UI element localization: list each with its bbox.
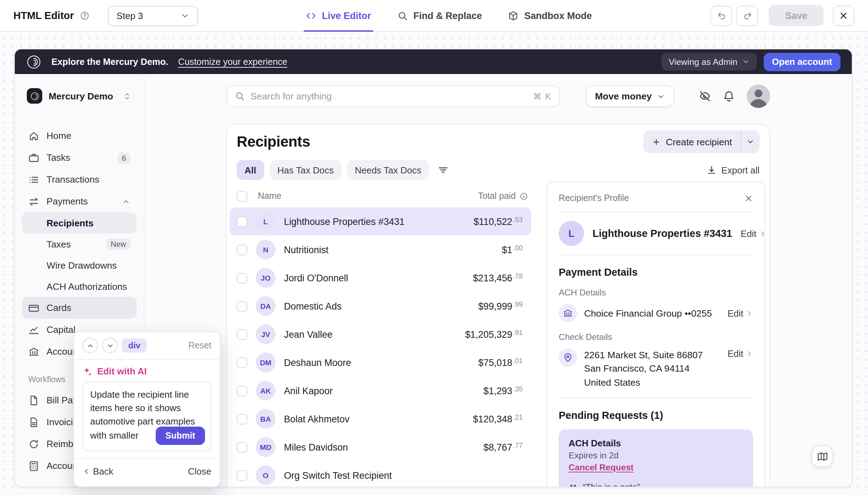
info-icon[interactable] bbox=[519, 191, 528, 201]
close-popup-button[interactable]: Close bbox=[188, 466, 212, 476]
search-icon bbox=[397, 11, 408, 21]
select-child-button[interactable] bbox=[102, 338, 118, 353]
undo-button[interactable] bbox=[711, 5, 732, 26]
sidebar-item-wire-drawdowns[interactable]: Wire Drawdowns bbox=[22, 255, 137, 276]
chevron-left-icon bbox=[82, 467, 90, 475]
recipient-total-paid: $75,018.01 bbox=[478, 357, 523, 368]
row-checkbox[interactable] bbox=[237, 414, 247, 424]
create-recipient-button[interactable]: Create recipient bbox=[643, 130, 740, 153]
pending-requests-title: Pending Requests (1) bbox=[559, 410, 753, 421]
address-line: United States bbox=[584, 375, 720, 389]
notifications-button[interactable] bbox=[723, 90, 735, 102]
filter-options-button[interactable] bbox=[438, 164, 449, 176]
table-row[interactable]: N Nutritionist $1.00 bbox=[230, 236, 531, 264]
sandbox-icon bbox=[508, 11, 519, 21]
recipients-card: Recipients Create recipient Al bbox=[226, 124, 770, 487]
table-row[interactable]: JV Jean Vallee $1,205,329.91 bbox=[230, 320, 531, 348]
app-topbar: ⌘ K Move money bbox=[226, 85, 770, 108]
chevron-up-icon bbox=[122, 197, 130, 206]
close-panel-button[interactable] bbox=[744, 194, 753, 203]
row-checkbox[interactable] bbox=[237, 470, 247, 481]
recipient-total-paid: $1,293.35 bbox=[483, 385, 523, 396]
table-row[interactable]: DM Deshaun Moore $75,018.01 bbox=[230, 348, 531, 377]
recipient-name: Org Switch Test Recipient bbox=[284, 470, 392, 481]
sparkles-icon bbox=[82, 366, 92, 376]
customize-experience-link[interactable]: Customize your experience bbox=[178, 56, 287, 67]
recipient-avatar: N bbox=[256, 240, 275, 259]
back-button[interactable]: Back bbox=[82, 466, 113, 476]
privacy-toggle-button[interactable] bbox=[699, 90, 711, 102]
row-checkbox[interactable] bbox=[237, 385, 247, 396]
filter-needs-tax-docs[interactable]: Needs Tax Docs bbox=[347, 160, 429, 180]
search-bar[interactable]: ⌘ K bbox=[226, 85, 560, 107]
selected-element-tag[interactable]: div bbox=[122, 338, 147, 353]
sidebar-item-cards[interactable]: Cards bbox=[22, 297, 137, 319]
chevron-down-icon bbox=[181, 11, 190, 20]
row-checkbox[interactable] bbox=[237, 273, 247, 283]
sidebar-item-payments[interactable]: Payments bbox=[22, 190, 137, 212]
ach-details-row: Choice Financial Group ••0255 Edit bbox=[559, 304, 753, 322]
row-checkbox[interactable] bbox=[237, 244, 247, 255]
user-avatar[interactable] bbox=[747, 85, 770, 108]
code-icon bbox=[306, 11, 316, 21]
org-switcher[interactable]: Mercury Demo bbox=[22, 85, 137, 106]
recipient-name: Deshaun Moore bbox=[284, 357, 351, 368]
sidebar-item-label: Bill Pay bbox=[46, 395, 78, 405]
tab-sandbox-mode[interactable]: Sandbox Mode bbox=[508, 0, 592, 32]
sidebar-item-transactions[interactable]: Transactions bbox=[22, 169, 137, 190]
sidebar-item-ach-authorizations[interactable]: ACH Authorizations bbox=[22, 276, 137, 297]
sidebar-item-taxes[interactable]: Taxes New bbox=[22, 233, 137, 255]
create-recipient-dropdown[interactable] bbox=[740, 130, 760, 153]
ach-details-value: Choice Financial Group ••0255 bbox=[584, 308, 720, 318]
tab-live-editor[interactable]: Live Editor bbox=[306, 0, 371, 32]
reset-button[interactable]: Reset bbox=[188, 341, 211, 350]
table-row[interactable]: JO Jordi O'Donnell $213,456.78 bbox=[230, 264, 531, 292]
cancel-request-link[interactable]: Cancel Request bbox=[569, 463, 634, 472]
search-input[interactable] bbox=[250, 91, 527, 102]
viewing-as-label: Viewing as Admin bbox=[669, 57, 737, 67]
eye-off-icon bbox=[699, 90, 711, 102]
submit-button[interactable]: Submit bbox=[155, 427, 205, 445]
sidebar-item-home[interactable]: Home bbox=[22, 125, 137, 147]
row-checkbox[interactable] bbox=[237, 357, 247, 368]
filter-all[interactable]: All bbox=[237, 160, 264, 180]
recipient-avatar: BA bbox=[256, 409, 275, 429]
move-money-button[interactable]: Move money bbox=[586, 85, 674, 107]
panel-header: Recipient's Profile bbox=[559, 193, 753, 203]
row-checkbox[interactable] bbox=[237, 301, 247, 311]
table-row[interactable]: MD Miles Davidson $8,767.77 bbox=[230, 433, 531, 461]
sidebar-item-label: Home bbox=[46, 130, 71, 141]
row-checkbox[interactable] bbox=[237, 442, 247, 452]
help-icon[interactable] bbox=[80, 11, 90, 21]
recipients-header: Recipients Create recipient bbox=[227, 125, 769, 153]
export-all-button[interactable]: Export all bbox=[707, 165, 760, 175]
ai-prompt-box[interactable]: Update the recipient line items here so … bbox=[82, 381, 211, 451]
table-row[interactable]: L Lighthouse Properties #3431 $110,522.5… bbox=[230, 207, 531, 236]
table-row[interactable]: DA Domestic Ads $99,999.99 bbox=[230, 292, 531, 320]
select-parent-button[interactable] bbox=[82, 338, 98, 353]
viewing-as-dropdown[interactable]: Viewing as Admin bbox=[662, 53, 756, 71]
close-editor-button[interactable] bbox=[833, 5, 855, 26]
ach-details-label: ACH Details bbox=[559, 288, 753, 298]
mercury-logo bbox=[30, 91, 39, 100]
open-account-button[interactable]: Open account bbox=[763, 53, 841, 71]
select-all-checkbox[interactable] bbox=[237, 191, 247, 201]
table-row[interactable]: O Org Switch Test Recipient bbox=[230, 461, 531, 487]
row-checkbox[interactable] bbox=[237, 329, 247, 340]
sidebar-item-tasks[interactable]: Tasks 6 bbox=[22, 147, 137, 169]
edit-ach-button[interactable]: Edit bbox=[727, 308, 753, 318]
tab-find-replace[interactable]: Find & Replace bbox=[397, 0, 482, 32]
step-selector[interactable]: Step 3 bbox=[108, 5, 198, 26]
filter-has-tax-docs[interactable]: Has Tax Docs bbox=[269, 160, 341, 180]
edit-with-ai-header[interactable]: Edit with AI bbox=[74, 360, 220, 381]
edit-address-button[interactable]: Edit bbox=[727, 348, 753, 359]
redo-button[interactable] bbox=[737, 5, 758, 26]
table-row[interactable]: BA Bolat Akhmetov $120,348.21 bbox=[230, 405, 531, 433]
row-checkbox[interactable] bbox=[237, 216, 247, 227]
create-recipient-split-button: Create recipient bbox=[643, 130, 760, 153]
table-row[interactable]: AK Anil Kapoor $1,293.35 bbox=[230, 377, 531, 405]
save-button[interactable]: Save bbox=[769, 5, 824, 26]
edit-recipient-button[interactable]: Edit bbox=[740, 228, 766, 239]
sidebar-item-recipients[interactable]: Recipients bbox=[22, 212, 137, 233]
map-button[interactable] bbox=[812, 446, 833, 467]
